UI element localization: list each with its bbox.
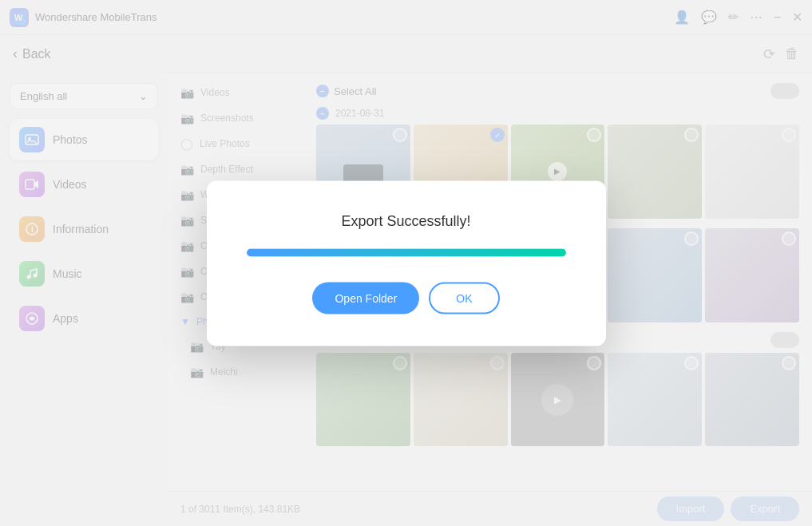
- open-folder-button[interactable]: Open Folder: [312, 282, 419, 314]
- dialog-actions: Open Folder OK: [247, 282, 566, 314]
- dialog-title: Export Successfully!: [247, 212, 566, 229]
- progress-bar-wrap: [247, 248, 566, 256]
- ok-button[interactable]: OK: [429, 282, 499, 314]
- export-success-dialog: Export Successfully! Open Folder OK: [207, 180, 606, 346]
- progress-bar-fill: [247, 248, 566, 256]
